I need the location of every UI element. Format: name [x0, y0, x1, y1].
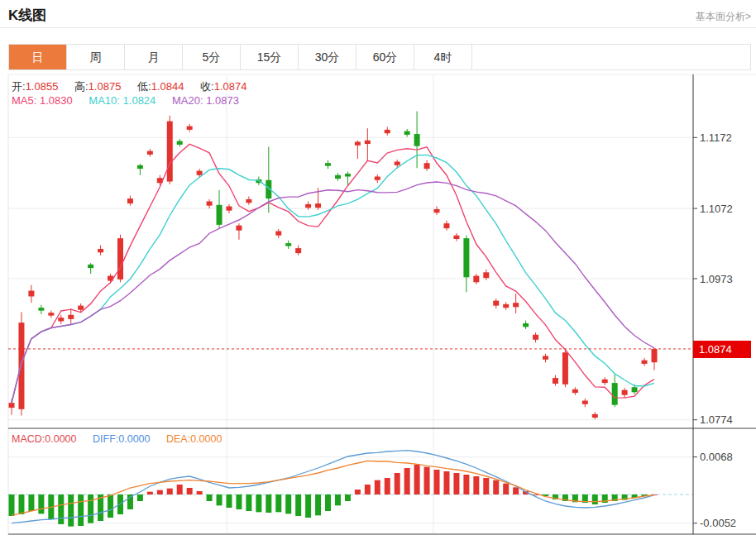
fundamental-analysis-link[interactable]: 基本面分析>: [696, 10, 751, 24]
candle-body: [325, 163, 331, 165]
macd-bar: [197, 491, 203, 494]
ma20-value: MA20: 1.0873: [172, 94, 239, 107]
ma20-line: [12, 182, 654, 403]
candle-body: [404, 131, 410, 135]
candle-body: [305, 204, 311, 208]
macd-readout: MACD:0.0000 DIFF:0.0000 DEA:0.0000: [12, 433, 235, 445]
macd-bar: [483, 478, 489, 494]
tab-日[interactable]: 日: [9, 45, 67, 69]
candle-body: [443, 223, 449, 228]
low-value: 低:1.0844: [137, 80, 184, 93]
candle-body: [226, 207, 232, 211]
candle-body: [167, 122, 173, 182]
macd-bar: [365, 485, 371, 494]
candle-body: [513, 303, 519, 307]
candle-body: [48, 313, 54, 315]
ma5-value: MA5: 1.0830: [12, 94, 73, 107]
y-axis-label: -0.0052: [700, 517, 736, 529]
close-value: 收:1.0874: [200, 80, 246, 93]
candle-body: [355, 141, 361, 145]
macd-bar: [275, 494, 281, 512]
candle-body: [424, 163, 430, 169]
ohlc-readout: 开:1.0855 高:1.0875 低:1.0844 收:1.0874: [12, 79, 260, 94]
candle-body: [375, 177, 380, 180]
header-divider: [0, 27, 756, 28]
macd-bar: [177, 485, 183, 494]
candle-body: [28, 291, 34, 297]
candle-body: [207, 202, 213, 206]
macd-bar: [137, 494, 143, 501]
candle-body: [137, 165, 143, 169]
candle-body: [285, 243, 291, 246]
macd-bar: [217, 494, 222, 505]
ma-readout: MA5: 1.0830 MA10: 1.0824 MA20: 1.0873: [12, 94, 252, 107]
macd-bar: [503, 484, 509, 494]
y-axis-label: 0.0068: [700, 451, 733, 463]
tab-60分[interactable]: 60分: [356, 45, 414, 69]
macd-bar: [355, 490, 361, 494]
candle-body: [493, 301, 499, 306]
macd-bar: [58, 494, 64, 524]
macd-bar: [463, 475, 469, 494]
y-axis-label: 1.1072: [700, 203, 733, 215]
dea-value: DEA:0.0000: [166, 433, 222, 445]
candle-body: [453, 236, 459, 239]
candle-body: [582, 401, 588, 404]
macd-bar: [266, 494, 271, 513]
candle-body: [236, 226, 242, 231]
candle-body: [395, 161, 400, 165]
candle-body: [385, 130, 390, 133]
macd-bar: [434, 470, 440, 494]
ma10-value: MA10: 1.0824: [89, 94, 156, 107]
macd-bar: [592, 494, 598, 504]
candle-body: [503, 304, 509, 308]
candle-body: [315, 203, 321, 208]
y-axis-label: 1.1172: [700, 131, 732, 144]
tab-5分[interactable]: 5分: [183, 45, 241, 69]
macd-bar: [68, 494, 74, 527]
tab-30分[interactable]: 30分: [299, 45, 356, 69]
candle-body: [543, 356, 548, 360]
macd-bar: [236, 494, 242, 509]
candle-body: [18, 322, 24, 409]
candle-body: [632, 387, 638, 392]
macd-bar: [246, 494, 251, 511]
candle-body: [572, 389, 578, 393]
candle-body: [335, 175, 341, 179]
candle-body: [622, 390, 628, 395]
macd-bar: [335, 494, 341, 505]
macd-bar: [157, 490, 163, 494]
y-axis-label: 1.0973: [700, 273, 733, 285]
page-title: K线图: [8, 6, 46, 25]
macd-bar: [404, 468, 410, 494]
macd-bar: [375, 480, 380, 494]
candle-body: [345, 174, 351, 176]
tab-bar: 日周月5分15分30分60分4时: [8, 44, 751, 70]
candle-body: [147, 151, 153, 155]
candle-body: [9, 403, 15, 408]
macd-bar: [345, 494, 351, 501]
macd-bar: [226, 494, 232, 508]
candle-body: [38, 308, 44, 310]
candle-body: [68, 315, 74, 319]
tab-15分[interactable]: 15分: [241, 45, 299, 69]
last-price-tag: 1.0874: [693, 341, 751, 358]
candle-body: [275, 232, 281, 236]
candle-body: [246, 199, 251, 203]
macd-bar: [325, 494, 331, 511]
high-value: 高:1.0875: [74, 80, 121, 93]
candle-body: [483, 272, 489, 278]
candle-body: [612, 383, 618, 405]
tab-月[interactable]: 月: [125, 45, 183, 69]
candle-body: [463, 238, 469, 277]
tab-周[interactable]: 周: [67, 45, 125, 69]
macd-bar: [28, 494, 34, 511]
candle-body: [127, 198, 133, 203]
macd-bar: [207, 494, 213, 501]
tab-4时[interactable]: 4时: [414, 45, 472, 69]
macd-bar: [385, 478, 390, 494]
macd-bar: [285, 494, 291, 514]
candle-body: [642, 361, 648, 364]
candle-body: [117, 238, 123, 279]
macd-bar: [414, 465, 420, 494]
